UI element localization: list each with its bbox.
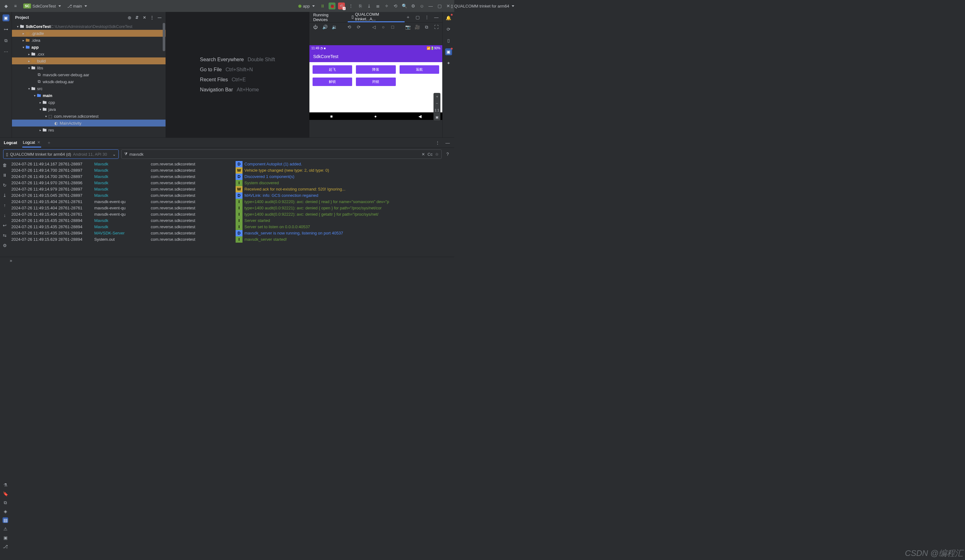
help-icon[interactable]: ? <box>444 151 451 158</box>
logcat-tab[interactable]: Logcat ✕ <box>22 138 41 147</box>
tree-node[interactable]: ▸.cxx <box>12 51 165 57</box>
bookmarks-tool-icon[interactable]: 🔖 <box>3 491 8 496</box>
volume-down-icon[interactable]: 🔉 <box>331 24 338 31</box>
log-row[interactable]: 2024-07-26 11:49:15.404 28761-28761mavsd… <box>10 211 454 217</box>
gradle-tool-icon[interactable]: ⟳ <box>445 26 452 33</box>
problems-tool-icon[interactable]: ⚠ <box>3 526 8 532</box>
close-tab-icon[interactable]: ✕ <box>37 140 41 145</box>
zoom-fit-icon[interactable]: ▣ <box>433 114 440 121</box>
project-view-selector[interactable]: Project <box>15 15 29 20</box>
prev-icon[interactable]: ↑ <box>1 202 8 209</box>
window-maximize-icon[interactable]: ▢ <box>436 3 443 10</box>
log-row[interactable]: 2024-07-26 11:49:15.045 28761-28897Mavsd… <box>10 193 454 199</box>
options-icon[interactable]: ⋮ <box>424 14 430 21</box>
ai-assistant-icon[interactable]: ✦ <box>445 60 452 67</box>
more-run-actions-icon[interactable]: ⋮ <box>347 3 354 10</box>
settings-icon[interactable]: ⚙ <box>410 3 417 10</box>
log-row[interactable]: 2024-07-26 11:49:14.979 28761-28897Mavsd… <box>10 186 454 193</box>
split-icon[interactable]: ⇆ <box>1 232 8 239</box>
terminal-tool-icon[interactable]: ▣ <box>3 535 8 540</box>
clear-filter-icon[interactable]: ✕ <box>422 152 425 157</box>
phone-app-button[interactable]: 解锁 <box>312 78 352 86</box>
zoom-in-icon[interactable]: ＋ <box>433 93 440 100</box>
logcat-device-selector[interactable]: ▯ QUALCOMM trinket for arm64 (d) Android… <box>3 149 119 159</box>
tree-node[interactable]: ▸build <box>12 57 165 64</box>
collapse-icon[interactable]: ✕ <box>142 15 147 20</box>
log-row[interactable]: 2024-07-26 11:49:14.167 28761-28897Mavsd… <box>10 161 454 167</box>
run-configuration[interactable]: ⬢ app <box>296 3 317 10</box>
window-minimize-icon[interactable]: — <box>427 3 434 10</box>
tree-node[interactable]: ▾src <box>12 85 165 92</box>
hide-panel-icon[interactable]: — <box>444 139 451 146</box>
tree-node[interactable]: ▾main <box>12 92 165 99</box>
power-icon[interactable]: ⏻ <box>312 24 319 31</box>
update-project-icon[interactable]: ⤓ <box>366 3 373 10</box>
add-logcat-tab-icon[interactable]: ＋ <box>46 139 52 146</box>
options-icon[interactable]: ⋮ <box>149 15 155 20</box>
debug-button[interactable]: 🐞 <box>329 3 335 10</box>
logcat-title[interactable]: Logcat <box>3 139 18 147</box>
tree-node[interactable]: ▸cpp <box>12 99 165 106</box>
build-variants-tool-icon[interactable]: ⧉ <box>3 500 8 505</box>
phone-app-button[interactable]: 起飞 <box>312 65 352 74</box>
app-logo-icon[interactable]: ◆ <box>3 3 10 10</box>
notifications-icon[interactable]: 🔔 <box>445 15 452 21</box>
app-quality-tool-icon[interactable]: ◈ <box>3 509 8 514</box>
match-case-toggle[interactable]: Cc <box>427 152 433 157</box>
logcat-filter-input[interactable]: ⧩ mavsdk ✕ Cc ☆ <box>121 149 442 159</box>
device-screen[interactable]: 11:49 ◔ ■ 📶🔋90% SdkCoreTest 起飞降落返航解锁闭锁 ■… <box>309 45 442 120</box>
back-icon[interactable]: ◁ <box>370 24 377 31</box>
volume-up-icon[interactable]: 🔊 <box>321 24 328 31</box>
running-devices-icon[interactable]: ▣ <box>445 48 452 55</box>
phone-app-button[interactable]: 返航 <box>399 65 439 74</box>
run-target-device[interactable]: ▯ QUALCOMM trinket for arm64 <box>449 3 516 10</box>
next-icon[interactable]: ↓ <box>1 212 8 219</box>
home-icon[interactable]: ○ <box>380 24 387 31</box>
restart-log-icon[interactable]: ↻ <box>1 182 8 189</box>
expand-all-icon[interactable]: ⇵ <box>134 15 140 20</box>
log-row[interactable]: 2024-07-26 11:49:15.435 28761-28894MAVSD… <box>10 230 454 237</box>
account-icon[interactable]: ☺ <box>419 3 425 10</box>
log-row[interactable]: 2024-07-26 11:49:15.435 28761-28894Mavsd… <box>10 217 454 224</box>
tree-node[interactable]: ▸res <box>12 126 165 134</box>
log-row[interactable]: 2024-07-26 11:49:15.404 28761-28761mavsd… <box>10 205 454 211</box>
pause-log-icon[interactable]: ⏸ <box>1 172 8 179</box>
sync-icon[interactable]: ⟲ <box>392 3 399 10</box>
log-row[interactable]: 2024-07-26 11:49:15.629 28761-28894Syste… <box>10 237 454 243</box>
tree-node[interactable]: ▾libs <box>12 64 165 71</box>
tree-node[interactable]: ▸.gradle <box>12 30 165 37</box>
code-with-me-icon[interactable]: ≣ <box>375 3 381 10</box>
panel-options-icon[interactable]: ⋮ <box>434 139 441 146</box>
commit-icon[interactable]: ⎘ <box>357 3 364 10</box>
attach-debugger-button[interactable]: ⟲2 <box>338 3 345 10</box>
project-scrollbar[interactable] <box>162 23 165 137</box>
tree-node[interactable]: ▸.idea <box>12 37 165 44</box>
tree-node[interactable]: ▾app <box>12 44 165 51</box>
log-row[interactable]: 2024-07-26 11:49:14.700 28761-28897Mavsd… <box>10 173 454 180</box>
zoom-reset[interactable]: 1:1 <box>433 107 440 114</box>
services-tool-icon[interactable]: ⚗ <box>3 482 8 488</box>
minimize-pane-icon[interactable]: — <box>433 14 440 21</box>
vcs-tool-icon[interactable]: ⎇ <box>3 544 8 549</box>
select-open-icon[interactable]: ◎ <box>127 15 132 20</box>
commit-tool-icon[interactable]: ⊶ <box>3 26 10 33</box>
tree-node[interactable]: ▾SdkCoreTest C:\Users\Administrator\Desk… <box>12 23 165 30</box>
window-icon[interactable]: ▢ <box>414 14 421 21</box>
hide-pane-icon[interactable]: — <box>157 15 162 20</box>
log-row[interactable]: 2024-07-26 11:49:14.700 28761-28897Mavsd… <box>10 167 454 173</box>
expand-icon[interactable]: ⛶ <box>433 24 440 31</box>
overview-icon[interactable]: □ <box>389 24 396 31</box>
device-tab[interactable]: ▯QUALCOMM trinket...A... <box>348 12 405 22</box>
search-everywhere-icon[interactable]: 🔍 <box>401 3 408 10</box>
phone-app-button[interactable]: 降落 <box>356 65 396 74</box>
status-expand-icon[interactable]: » <box>8 258 14 263</box>
tree-node[interactable]: ▾⬚com.reverse.sdkcoretest <box>12 113 165 119</box>
rotate-right-icon[interactable]: ⟳ <box>355 24 362 31</box>
screenshot-icon[interactable]: 📷 <box>404 24 411 31</box>
project-tool-icon[interactable]: ▣ <box>3 15 10 21</box>
add-device-icon[interactable]: ＋ <box>405 14 412 21</box>
settings3-icon[interactable]: ⚙ <box>1 242 8 249</box>
clear-log-icon[interactable]: 🗑 <box>1 162 8 168</box>
log-row[interactable]: 2024-07-26 11:49:15.404 28761-28761mavsd… <box>10 199 454 205</box>
project-selector[interactable]: SC SdkCoreTest <box>21 3 63 10</box>
